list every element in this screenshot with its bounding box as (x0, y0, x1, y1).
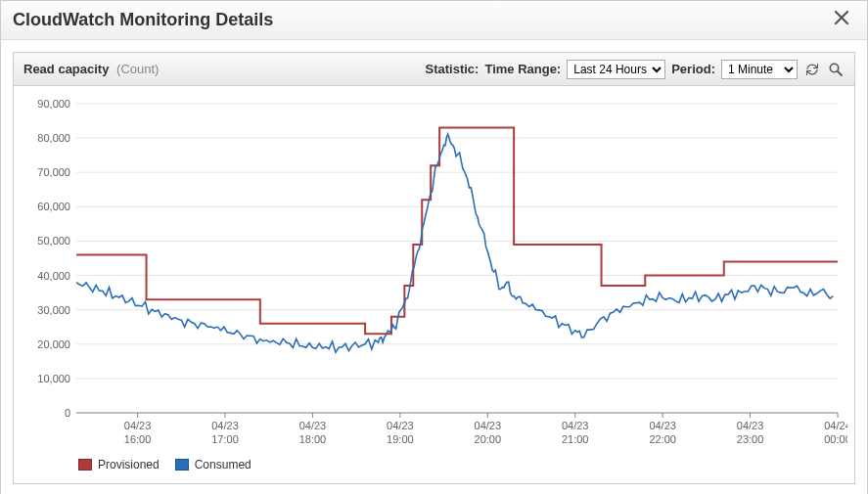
dialog-title: CloudWatch Monitoring Details (13, 10, 273, 30)
close-button[interactable] (828, 8, 855, 32)
legend-label-provisioned: Provisioned (98, 458, 160, 472)
zoom-button[interactable] (827, 61, 845, 78)
legend-swatch-consumed (175, 459, 189, 471)
close-icon (834, 10, 849, 25)
svg-text:21:00: 21:00 (562, 433, 589, 445)
controls-group: Statistic: Time Range: Last 24 Hours Per… (426, 60, 845, 79)
svg-text:70,000: 70,000 (37, 166, 70, 178)
svg-line-1 (838, 71, 842, 75)
svg-text:90,000: 90,000 (37, 98, 70, 110)
read-capacity-chart[interactable]: 010,00020,00030,00040,00050,00060,00070,… (20, 94, 847, 454)
legend-swatch-provisioned (78, 459, 92, 471)
chart-area: 010,00020,00030,00040,00050,00060,00070,… (14, 86, 854, 483)
timerange-select[interactable]: Last 24 Hours (567, 60, 665, 79)
panel-header: Read capacity (Count) Statistic: Time Ra… (14, 53, 854, 86)
legend-label-consumed: Consumed (195, 458, 251, 472)
svg-text:18:00: 18:00 (299, 433, 327, 445)
svg-text:16:00: 16:00 (124, 433, 152, 445)
svg-text:22:00: 22:00 (649, 433, 676, 445)
svg-text:04/23: 04/23 (649, 420, 676, 431)
svg-text:04/23: 04/23 (299, 420, 327, 431)
refresh-icon (804, 62, 820, 77)
metric-name: Read capacity (23, 62, 109, 76)
svg-text:10,000: 10,000 (37, 373, 70, 384)
svg-text:04/23: 04/23 (562, 420, 589, 431)
svg-text:40,000: 40,000 (37, 270, 70, 282)
svg-text:0: 0 (65, 407, 70, 419)
svg-text:00:00: 00:00 (824, 433, 847, 445)
svg-text:04/23: 04/23 (475, 420, 502, 431)
svg-text:17:00: 17:00 (211, 433, 239, 445)
svg-text:04/24: 04/24 (824, 420, 847, 431)
svg-text:80,000: 80,000 (37, 132, 70, 144)
timerange-label: Time Range: (484, 62, 561, 76)
svg-text:60,000: 60,000 (37, 201, 70, 212)
legend-item-provisioned[interactable]: Provisioned (78, 458, 160, 472)
period-select[interactable]: 1 Minute (721, 60, 798, 79)
svg-text:20,000: 20,000 (37, 338, 70, 350)
svg-text:19:00: 19:00 (387, 433, 414, 445)
magnifier-icon (828, 62, 844, 77)
refresh-button[interactable] (803, 61, 821, 78)
svg-text:23:00: 23:00 (737, 433, 764, 445)
svg-text:04/23: 04/23 (211, 420, 239, 431)
metric-unit: (Count) (116, 62, 159, 76)
metric-panel: Read capacity (Count) Statistic: Time Ra… (13, 52, 855, 484)
svg-text:04/23: 04/23 (737, 420, 764, 431)
legend-item-consumed[interactable]: Consumed (175, 458, 251, 472)
svg-text:30,000: 30,000 (37, 304, 70, 316)
period-label: Period: (671, 62, 715, 76)
svg-text:20:00: 20:00 (475, 433, 502, 445)
svg-text:50,000: 50,000 (37, 235, 70, 247)
dialog-header: CloudWatch Monitoring Details (1, 1, 867, 40)
statistic-label: Statistic: (426, 62, 480, 76)
metric-label-group: Read capacity (Count) (23, 62, 159, 76)
svg-text:04/23: 04/23 (124, 420, 152, 431)
chart-legend: Provisioned Consumed (20, 454, 848, 479)
svg-text:04/23: 04/23 (387, 420, 414, 431)
monitoring-dialog: CloudWatch Monitoring Details Read capac… (0, 0, 868, 494)
